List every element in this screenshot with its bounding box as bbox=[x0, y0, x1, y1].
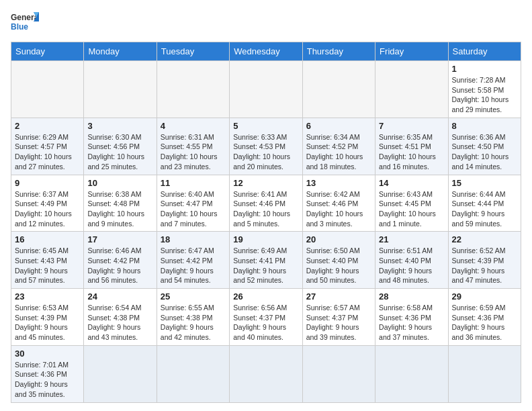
weekday-header-thursday: Thursday bbox=[302, 42, 375, 61]
calendar-cell: 7Sunrise: 6:35 AMSunset: 4:51 PMDaylight… bbox=[375, 118, 448, 175]
day-info: Sunrise: 6:51 AMSunset: 4:40 PMDaylight:… bbox=[379, 246, 444, 285]
day-number: 29 bbox=[452, 291, 517, 302]
day-number: 3 bbox=[87, 121, 152, 131]
calendar-cell: 30Sunrise: 7:01 AMSunset: 4:36 PMDayligh… bbox=[11, 345, 84, 402]
weekday-header-saturday: Saturday bbox=[448, 42, 521, 61]
day-number: 7 bbox=[379, 121, 444, 131]
day-number: 11 bbox=[161, 178, 226, 188]
day-number: 23 bbox=[15, 291, 80, 302]
day-info: Sunrise: 6:42 AMSunset: 4:46 PMDaylight:… bbox=[306, 189, 371, 229]
calendar-header-row: SundayMondayTuesdayWednesdayThursdayFrid… bbox=[11, 42, 521, 61]
calendar-cell: 10Sunrise: 6:38 AMSunset: 4:48 PMDayligh… bbox=[84, 175, 157, 232]
day-info: Sunrise: 6:31 AMSunset: 4:55 PMDaylight:… bbox=[161, 132, 226, 172]
calendar-cell bbox=[11, 61, 84, 118]
day-number: 25 bbox=[161, 291, 226, 302]
calendar-cell bbox=[448, 345, 521, 402]
weekday-header-monday: Monday bbox=[84, 42, 157, 61]
calendar-cell bbox=[157, 61, 229, 118]
calendar-cell bbox=[375, 61, 448, 118]
day-info: Sunrise: 6:38 AMSunset: 4:48 PMDaylight:… bbox=[87, 189, 152, 229]
calendar-cell: 28Sunrise: 6:58 AMSunset: 4:36 PMDayligh… bbox=[375, 289, 448, 346]
calendar-cell: 18Sunrise: 6:47 AMSunset: 4:42 PMDayligh… bbox=[157, 232, 229, 289]
calendar-cell: 29Sunrise: 6:59 AMSunset: 4:36 PMDayligh… bbox=[448, 289, 521, 346]
day-info: Sunrise: 6:49 AMSunset: 4:41 PMDaylight:… bbox=[233, 246, 298, 285]
day-info: Sunrise: 6:37 AMSunset: 4:49 PMDaylight:… bbox=[15, 189, 80, 229]
day-number: 17 bbox=[87, 234, 152, 244]
day-info: Sunrise: 6:30 AMSunset: 4:56 PMDaylight:… bbox=[87, 132, 152, 172]
calendar-cell: 12Sunrise: 6:41 AMSunset: 4:46 PMDayligh… bbox=[230, 175, 302, 232]
day-number: 9 bbox=[15, 178, 80, 188]
day-info: Sunrise: 7:28 AMSunset: 5:58 PMDaylight:… bbox=[452, 75, 517, 115]
calendar-week-4: 23Sunrise: 6:53 AMSunset: 4:39 PMDayligh… bbox=[11, 289, 521, 346]
day-info: Sunrise: 6:34 AMSunset: 4:52 PMDaylight:… bbox=[306, 132, 371, 172]
calendar-cell: 11Sunrise: 6:40 AMSunset: 4:47 PMDayligh… bbox=[157, 175, 229, 232]
calendar-week-2: 9Sunrise: 6:37 AMSunset: 4:49 PMDaylight… bbox=[11, 175, 521, 232]
day-number: 28 bbox=[379, 291, 444, 302]
calendar-cell bbox=[84, 345, 157, 402]
day-info: Sunrise: 6:46 AMSunset: 4:42 PMDaylight:… bbox=[87, 246, 152, 285]
day-number: 20 bbox=[306, 234, 371, 244]
weekday-header-sunday: Sunday bbox=[11, 42, 84, 61]
calendar-week-0: 1Sunrise: 7:28 AMSunset: 5:58 PMDaylight… bbox=[11, 61, 521, 118]
calendar-cell: 9Sunrise: 6:37 AMSunset: 4:49 PMDaylight… bbox=[11, 175, 84, 232]
day-info: Sunrise: 6:56 AMSunset: 4:37 PMDaylight:… bbox=[233, 303, 298, 342]
day-number: 19 bbox=[233, 234, 298, 244]
day-number: 10 bbox=[87, 178, 152, 188]
calendar-cell bbox=[157, 345, 229, 402]
calendar-week-1: 2Sunrise: 6:29 AMSunset: 4:57 PMDaylight… bbox=[11, 118, 521, 175]
calendar-table: SundayMondayTuesdayWednesdayThursdayFrid… bbox=[11, 42, 521, 403]
day-info: Sunrise: 6:45 AMSunset: 4:43 PMDaylight:… bbox=[15, 246, 80, 285]
day-info: Sunrise: 6:36 AMSunset: 4:50 PMDaylight:… bbox=[452, 132, 517, 172]
calendar-cell bbox=[375, 345, 448, 402]
day-info: Sunrise: 7:01 AMSunset: 4:36 PMDaylight:… bbox=[15, 360, 80, 400]
calendar-cell: 8Sunrise: 6:36 AMSunset: 4:50 PMDaylight… bbox=[448, 118, 521, 175]
day-number: 15 bbox=[452, 178, 517, 188]
calendar-cell: 23Sunrise: 6:53 AMSunset: 4:39 PMDayligh… bbox=[11, 289, 84, 346]
calendar-cell bbox=[84, 61, 157, 118]
weekday-header-wednesday: Wednesday bbox=[230, 42, 302, 61]
calendar-week-5: 30Sunrise: 7:01 AMSunset: 4:36 PMDayligh… bbox=[11, 345, 521, 402]
day-number: 8 bbox=[452, 121, 517, 131]
day-number: 24 bbox=[87, 291, 152, 302]
day-number: 22 bbox=[452, 234, 517, 244]
calendar-cell: 2Sunrise: 6:29 AMSunset: 4:57 PMDaylight… bbox=[11, 118, 84, 175]
day-number: 26 bbox=[233, 291, 298, 302]
day-info: Sunrise: 6:55 AMSunset: 4:38 PMDaylight:… bbox=[161, 303, 226, 342]
calendar-week-3: 16Sunrise: 6:45 AMSunset: 4:43 PMDayligh… bbox=[11, 232, 521, 289]
logo: General Blue bbox=[11, 11, 39, 35]
day-number: 4 bbox=[161, 121, 226, 131]
day-info: Sunrise: 6:29 AMSunset: 4:57 PMDaylight:… bbox=[15, 132, 80, 172]
day-info: Sunrise: 6:35 AMSunset: 4:51 PMDaylight:… bbox=[379, 132, 444, 172]
calendar-cell bbox=[302, 345, 375, 402]
day-info: Sunrise: 6:50 AMSunset: 4:40 PMDaylight:… bbox=[306, 246, 371, 285]
calendar-cell: 6Sunrise: 6:34 AMSunset: 4:52 PMDaylight… bbox=[302, 118, 375, 175]
day-number: 14 bbox=[379, 178, 444, 188]
day-number: 13 bbox=[306, 178, 371, 188]
calendar-cell: 22Sunrise: 6:52 AMSunset: 4:39 PMDayligh… bbox=[448, 232, 521, 289]
svg-text:Blue: Blue bbox=[11, 22, 28, 32]
calendar-cell: 14Sunrise: 6:43 AMSunset: 4:45 PMDayligh… bbox=[375, 175, 448, 232]
day-info: Sunrise: 6:58 AMSunset: 4:36 PMDaylight:… bbox=[379, 303, 444, 342]
calendar-cell: 20Sunrise: 6:50 AMSunset: 4:40 PMDayligh… bbox=[302, 232, 375, 289]
calendar-cell: 15Sunrise: 6:44 AMSunset: 4:44 PMDayligh… bbox=[448, 175, 521, 232]
calendar-cell: 5Sunrise: 6:33 AMSunset: 4:53 PMDaylight… bbox=[230, 118, 302, 175]
calendar-cell: 4Sunrise: 6:31 AMSunset: 4:55 PMDaylight… bbox=[157, 118, 229, 175]
day-info: Sunrise: 6:54 AMSunset: 4:38 PMDaylight:… bbox=[87, 303, 152, 342]
day-number: 1 bbox=[452, 64, 517, 74]
calendar-cell: 26Sunrise: 6:56 AMSunset: 4:37 PMDayligh… bbox=[230, 289, 302, 346]
day-info: Sunrise: 6:40 AMSunset: 4:47 PMDaylight:… bbox=[161, 189, 226, 229]
calendar-cell: 25Sunrise: 6:55 AMSunset: 4:38 PMDayligh… bbox=[157, 289, 229, 346]
day-info: Sunrise: 6:59 AMSunset: 4:36 PMDaylight:… bbox=[452, 303, 517, 342]
day-info: Sunrise: 6:33 AMSunset: 4:53 PMDaylight:… bbox=[233, 132, 298, 172]
day-number: 6 bbox=[306, 121, 371, 131]
day-info: Sunrise: 6:41 AMSunset: 4:46 PMDaylight:… bbox=[233, 189, 298, 229]
calendar-cell bbox=[230, 61, 302, 118]
day-number: 30 bbox=[15, 349, 80, 359]
calendar-cell: 27Sunrise: 6:57 AMSunset: 4:37 PMDayligh… bbox=[302, 289, 375, 346]
calendar-cell bbox=[302, 61, 375, 118]
calendar-cell: 19Sunrise: 6:49 AMSunset: 4:41 PMDayligh… bbox=[230, 232, 302, 289]
day-number: 27 bbox=[306, 291, 371, 302]
logo-svg: General Blue bbox=[11, 11, 39, 35]
weekday-header-tuesday: Tuesday bbox=[157, 42, 229, 61]
day-info: Sunrise: 6:43 AMSunset: 4:45 PMDaylight:… bbox=[379, 189, 444, 229]
